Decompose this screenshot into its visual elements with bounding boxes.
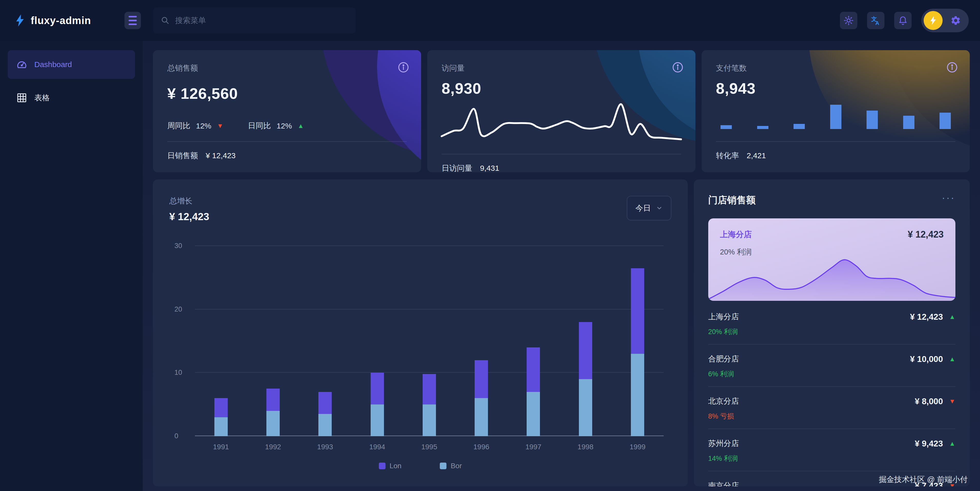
search-icon (161, 16, 170, 25)
bar-segment-lon-1997 (527, 347, 540, 392)
x-axis-label: 1993 (299, 443, 351, 451)
x-axis-label: 1996 (455, 443, 507, 451)
visits-card: 访问量 8,930 日访问量 9,431 (427, 50, 695, 172)
notifications-button[interactable] (894, 12, 912, 29)
total-sales-value: ¥ 126,560 (167, 85, 407, 102)
table-grid-icon (16, 92, 27, 103)
featured-store-profit: 20% 利润 (720, 247, 943, 257)
payments-card: 支付笔数 8,943 转化率 2,421 (702, 50, 970, 172)
bars-layer (195, 246, 663, 436)
avatar[interactable] (924, 11, 943, 30)
store-list-item[interactable]: 北京分店 ¥ 8,000 ▼ 8% 亏损 (708, 387, 955, 429)
total-sales-card: 总销售额 ¥ 126,560 周同比 12% ▼ 日同比 (153, 50, 421, 172)
bar-segment-lon-1999 (631, 268, 644, 354)
card-title: 总销售额 (167, 64, 198, 72)
store-list-item[interactable]: 合肥分店 ¥ 10,000 ▲ 6% 利润 (708, 345, 955, 387)
y-axis-label: 20 (175, 305, 182, 313)
conversion-label: 转化率 (716, 151, 739, 161)
daily-visits-value: 9,431 (480, 164, 499, 172)
brand-logo-icon (14, 14, 25, 27)
x-axis-label: 1992 (247, 443, 299, 451)
bar-segment-lon-1994 (371, 373, 384, 404)
visits-sparkline (442, 102, 681, 144)
store-list: 上海分店 ¥ 12,423 ▲ 20% 利润 合肥分店 ¥ 10,000 ▲ 6… (708, 302, 955, 486)
store-profit-note: 8% 亏损 (708, 412, 955, 421)
trend-up-icon: ▲ (949, 356, 955, 362)
footer-credit: 掘金技术社区 @ 前端小付 (879, 474, 968, 485)
search-input[interactable] (175, 16, 348, 25)
info-icon[interactable] (946, 62, 958, 73)
bar-segment-bor-1995 (423, 404, 436, 436)
mini-bar-3 (794, 124, 805, 129)
day-ratio-label: 日同比 (248, 121, 271, 131)
growth-value: ¥ 12,423 (169, 211, 209, 222)
store-card-title: 门店销售额 (708, 194, 756, 207)
menu-toggle-button[interactable] (124, 12, 141, 29)
bar-segment-lon-1992 (266, 389, 280, 411)
language-button[interactable]: 文A (867, 12, 885, 29)
bell-icon (898, 16, 908, 25)
divider (442, 154, 681, 154)
bar-column-1994 (351, 246, 403, 436)
info-icon[interactable] (672, 62, 684, 73)
legend-item-bor[interactable]: Bor (440, 462, 462, 470)
sidebar-item-table[interactable]: 表格 (8, 83, 135, 112)
legend-label: Lon (390, 462, 402, 470)
bar-column-1997 (508, 246, 559, 436)
store-name: 合肥分店 (708, 354, 739, 364)
featured-store-name: 上海分店 (720, 229, 752, 240)
mini-bar-5 (867, 111, 878, 129)
week-ratio-value: 12% (196, 122, 211, 130)
bar-segment-bor-1999 (631, 354, 644, 436)
bar-segment-lon-1998 (579, 322, 592, 379)
sidebar-item-label: Dashboard (34, 60, 72, 69)
mini-bar-1 (721, 125, 732, 129)
stats-row: 总销售额 ¥ 126,560 周同比 12% ▼ 日同比 (153, 50, 970, 172)
info-icon[interactable] (398, 62, 409, 73)
bar-segment-bor-1993 (318, 414, 332, 436)
bar-column-1998 (559, 246, 611, 436)
brand-name: fluxy-admin (31, 15, 91, 26)
theme-toggle-button[interactable] (840, 12, 857, 29)
topbar-actions: 文A (840, 9, 969, 32)
y-axis-label: 30 (175, 242, 182, 250)
x-axis-label: 1997 (508, 443, 559, 451)
store-area-fill (708, 260, 955, 301)
store-list-item[interactable]: 上海分店 ¥ 12,423 ▲ 20% 利润 (708, 302, 955, 345)
bar-segment-lon-1996 (475, 360, 488, 398)
bar-column-1992 (247, 246, 299, 436)
legend-item-lon[interactable]: Lon (379, 462, 402, 470)
bar-segment-bor-1996 (475, 398, 488, 436)
card-title: 访问量 (442, 64, 465, 72)
store-list-item[interactable]: 苏州分店 ¥ 9,423 ▲ 14% 利润 (708, 429, 955, 471)
more-options-icon[interactable]: ··· (942, 196, 955, 204)
sidebar-item-label: 表格 (34, 93, 50, 103)
app-root: fluxy-admin 文A (0, 0, 980, 491)
user-pill[interactable] (921, 9, 969, 32)
y-axis-label: 0 (175, 432, 178, 440)
sidebar-item-dashboard[interactable]: Dashboard (8, 50, 135, 79)
x-axis-label: 1995 (403, 443, 455, 451)
store-name: 北京分店 (708, 396, 739, 407)
daily-sales-value: ¥ 12,423 (206, 151, 235, 160)
date-range-dropdown[interactable]: 今日 (627, 196, 671, 221)
brand: fluxy-admin (14, 14, 124, 27)
svg-text:A: A (875, 20, 879, 25)
bar-segment-bor-1991 (215, 417, 228, 436)
trend-up-icon: ▲ (949, 314, 955, 320)
store-value: ¥ 10,000 (910, 354, 943, 364)
dashboard-gauge-icon (16, 59, 27, 70)
featured-store-card[interactable]: 上海分店 ¥ 12,423 20% 利润 (708, 218, 955, 301)
trend-up-icon: ▲ (298, 122, 304, 129)
sales-metrics: 周同比 12% ▼ 日同比 12% ▲ (167, 121, 407, 131)
growth-plot: 0102030 (195, 246, 663, 436)
growth-chart-card: 总增长 ¥ 12,423 今日 0102030 1991199219931994… (153, 180, 688, 486)
bar-column-1991 (195, 246, 247, 436)
trend-down-icon: ▼ (949, 398, 955, 404)
x-axis-label: 1999 (611, 443, 663, 451)
daily-sales-label: 日销售额 (167, 151, 198, 161)
card-title: 支付笔数 (716, 64, 747, 72)
settings-gear-icon[interactable] (950, 15, 961, 26)
topbar: fluxy-admin 文A (0, 0, 980, 41)
x-axis-labels: 199119921993199419951996199719981999 (195, 443, 663, 451)
